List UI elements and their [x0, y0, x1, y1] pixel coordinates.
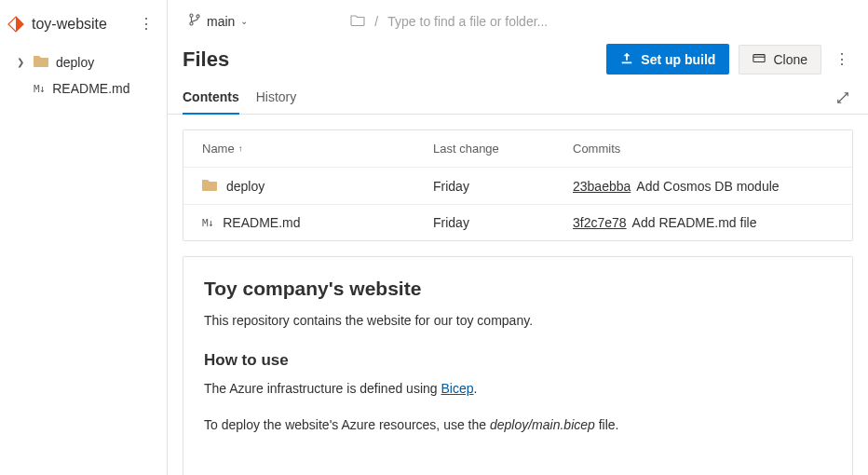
path-area: /: [350, 13, 853, 29]
setup-build-button[interactable]: Set up build: [606, 44, 729, 75]
svg-point-1: [190, 14, 193, 17]
repo-name[interactable]: toy-website: [32, 16, 107, 33]
tree-item-label: deploy: [56, 55, 94, 70]
tab-history[interactable]: History: [256, 84, 297, 114]
column-commits[interactable]: Commits: [573, 142, 834, 156]
readme-howto-text: The Azure infrastructure is defined usin…: [204, 379, 832, 399]
folder-icon: [202, 178, 217, 194]
deploy-path: deploy/main.bicep: [490, 417, 595, 432]
file-list: Name ↑ Last change Commits deploy Friday: [183, 129, 853, 241]
build-icon: [620, 51, 633, 67]
chevron-right-icon: ❯: [17, 57, 26, 67]
content: Name ↑ Last change Commits deploy Friday: [168, 115, 868, 475]
path-separator: /: [374, 14, 378, 29]
clone-button[interactable]: Clone: [739, 45, 821, 75]
readme-howto-heading: How to use: [204, 351, 832, 370]
chevron-down-icon: ⌄: [240, 16, 248, 26]
tabs: Contents History: [168, 76, 868, 115]
file-name: deploy: [226, 179, 264, 194]
svg-rect-4: [753, 54, 765, 61]
markdown-icon: M↓: [202, 217, 213, 229]
readme-panel: Toy company's website This repository co…: [183, 256, 853, 475]
path-search-input[interactable]: [387, 14, 853, 29]
more-icon[interactable]: ⋮: [135, 13, 157, 35]
file-list-header: Name ↑ Last change Commits: [183, 130, 852, 168]
branch-icon: [188, 13, 201, 29]
readme-deploy-text: To deploy the website's Azure resources,…: [204, 415, 832, 435]
last-change: Friday: [433, 179, 573, 194]
clone-label: Clone: [773, 52, 807, 67]
clone-icon: [753, 52, 766, 67]
file-name: README.md: [223, 215, 300, 230]
titlebar: Files Set up build Clone ⋮: [168, 36, 868, 76]
expand-icon[interactable]: [833, 88, 853, 111]
tree-item-folder[interactable]: ❯ deploy: [0, 48, 167, 75]
setup-build-label: Set up build: [641, 52, 715, 67]
file-row[interactable]: M↓ README.md Friday 3f2c7e78 Add README.…: [183, 204, 852, 240]
tree-item-file[interactable]: M↓ README.md: [0, 75, 167, 102]
markdown-icon: M↓: [34, 83, 45, 95]
readme-intro: This repository contains the website for…: [204, 311, 832, 331]
bicep-link[interactable]: Bicep: [441, 381, 473, 396]
sort-asc-icon: ↑: [238, 143, 243, 154]
column-name[interactable]: Name ↑: [202, 142, 433, 156]
commit-hash[interactable]: 3f2c7e78: [573, 215, 627, 230]
last-change: Friday: [433, 215, 573, 230]
topbar: main ⌄ /: [168, 0, 868, 36]
branch-name: main: [207, 14, 235, 29]
tree-item-label: README.md: [52, 81, 129, 96]
page-title: Files: [183, 48, 597, 72]
tab-contents[interactable]: Contents: [183, 84, 239, 114]
file-row[interactable]: deploy Friday 23baebba Add Cosmos DB mod…: [183, 168, 852, 204]
svg-point-3: [197, 15, 199, 18]
commit-message: Add README.md file: [632, 215, 757, 230]
sidebar: toy-website ⋮ ❯ deploy M↓ README.md: [0, 0, 168, 475]
readme-title: Toy company's website: [204, 278, 832, 300]
branch-selector[interactable]: main ⌄: [183, 9, 253, 33]
svg-point-2: [190, 22, 193, 25]
column-last-change[interactable]: Last change: [433, 142, 573, 156]
folder-outline-icon: [350, 13, 365, 29]
file-tree: ❯ deploy M↓ README.md: [0, 41, 167, 102]
folder-icon: [34, 54, 48, 70]
repo-header: toy-website ⋮: [0, 7, 167, 41]
main: main ⌄ / Files Set up build: [168, 0, 868, 475]
commit-message: Add Cosmos DB module: [636, 179, 779, 194]
repo-icon: [7, 16, 24, 33]
commit-hash[interactable]: 23baebba: [573, 179, 631, 194]
more-icon[interactable]: ⋮: [831, 48, 853, 71]
